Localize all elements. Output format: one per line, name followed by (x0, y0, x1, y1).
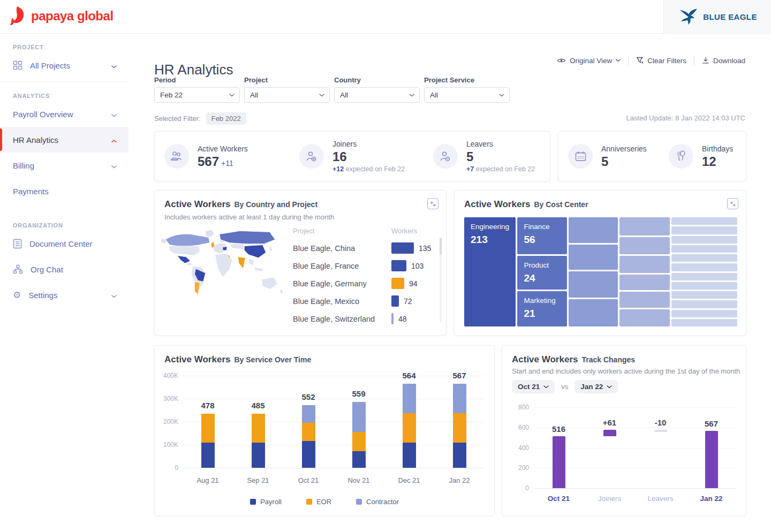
stacked-bar[interactable] (453, 384, 466, 468)
treemap-block[interactable] (569, 245, 618, 270)
treemap-block[interactable] (569, 217, 618, 243)
treemap-block[interactable] (619, 275, 670, 291)
treemap-block[interactable] (671, 291, 737, 299)
waterfall-bar-joiners[interactable] (603, 430, 616, 436)
legend-label: EOR (316, 498, 331, 506)
treemap-block[interactable] (619, 292, 670, 308)
stacked-bar[interactable] (352, 402, 366, 468)
treemap-block[interactable] (671, 300, 737, 308)
treemap-block[interactable] (671, 319, 737, 326)
bar-segment-payroll (352, 451, 366, 468)
sidebar-item-hr-analytics[interactable]: HR Analytics (0, 127, 128, 153)
list-item[interactable]: Blue Eagle, Mexico72 (293, 292, 436, 310)
treemap-block-marketing[interactable]: Marketing21 (517, 291, 567, 326)
treemap-block[interactable] (619, 256, 670, 273)
sidebar-item-document-center[interactable]: Document Center (0, 231, 128, 256)
sidebar-item-label: All Projects (30, 61, 70, 70)
treemap-block[interactable] (671, 245, 737, 253)
legend-item-payroll[interactable]: Payroll (250, 498, 282, 506)
legend-swatch (356, 499, 362, 505)
treemap-block[interactable] (619, 309, 670, 326)
sidebar-item-billing[interactable]: Billing (0, 153, 128, 178)
map-greenland (206, 230, 214, 237)
column-project: Project (293, 227, 391, 235)
waterfall-bar-jan-22[interactable] (705, 431, 718, 488)
expand-icon[interactable] (427, 198, 439, 209)
card-title-main: Active Workers (512, 354, 578, 365)
waterfall-bar-leavers[interactable] (654, 430, 667, 432)
kpi-note: +12 expected on Feb 22 (332, 165, 405, 173)
treemap-block-text: Marketing21 (517, 291, 567, 325)
treemap-block[interactable] (619, 237, 670, 254)
treemap-block[interactable] (671, 254, 737, 262)
treemap-block[interactable] (671, 273, 737, 280)
stacked-bar[interactable] (403, 384, 416, 468)
sidebar: PROJECT All Projects ANALYTICS Payroll O… (0, 33, 129, 532)
card-title-main: Active Workers (164, 354, 230, 365)
gridline (183, 399, 485, 399)
stacked-bar[interactable] (252, 414, 265, 468)
treemap-block-text: Engineering213 (464, 217, 516, 251)
scrollbar-thumb[interactable] (440, 238, 442, 255)
stacked-bar[interactable] (201, 414, 215, 468)
map-usa (169, 246, 200, 256)
list-item[interactable]: Blue Eagle, France103 (293, 257, 436, 275)
expand-icon[interactable] (727, 198, 738, 209)
compare-to-select[interactable]: Jan 22 (575, 380, 618, 393)
project-service-select[interactable]: All (424, 87, 510, 103)
waterfall-bar-oct-21[interactable] (553, 436, 565, 488)
sidebar-item-all-projects[interactable]: All Projects (0, 52, 128, 78)
treemap-block[interactable] (671, 226, 737, 234)
treemap-block[interactable] (671, 263, 737, 271)
legend-item-contractor[interactable]: Contractor (356, 498, 399, 506)
treemap-block[interactable] (671, 217, 737, 225)
waterfall-plot: 516Oct 21+61Joiners-10Leavers567Jan 22 (533, 407, 737, 488)
treemap-block-engineering[interactable]: Engineering213 (464, 217, 516, 326)
sidebar-item-settings[interactable]: ⚙ Settings (0, 282, 128, 308)
treemap-block[interactable] (619, 217, 670, 235)
sidebar-section-project: PROJECT (13, 44, 128, 50)
legend-item-eor[interactable]: EOR (306, 498, 331, 506)
list-item[interactable]: Blue Eagle, China135 (293, 239, 436, 257)
y-tick-label: 0 (158, 464, 178, 472)
workers-bar (391, 242, 414, 254)
treemap-block-product[interactable]: Product24 (517, 256, 567, 290)
y-tick-label: 600 (508, 424, 529, 431)
chevron-down-icon (499, 94, 504, 97)
map-central-america (186, 262, 192, 265)
original-view-label: Original View (570, 57, 612, 65)
sidebar-item-payroll-overview[interactable]: Payroll Overview (0, 101, 128, 127)
compare-from-select[interactable]: Oct 21 (512, 380, 555, 393)
download-button[interactable]: Download (702, 57, 745, 65)
bar-segment-contractor (352, 402, 366, 432)
original-view-button[interactable]: Original View (557, 57, 621, 65)
stacked-bar[interactable] (302, 405, 315, 468)
chevron-up-icon (111, 135, 117, 145)
treemap-block-label: Product (524, 261, 561, 269)
workers-bar (391, 313, 394, 324)
list-scrollbar[interactable] (440, 238, 442, 322)
clear-filters-button[interactable]: Clear Filters (636, 57, 686, 65)
treemap-block[interactable] (671, 236, 737, 244)
filter-period: Period Feb 22 (154, 76, 240, 103)
bar-segment-payroll (302, 441, 315, 468)
chevron-down-icon (409, 94, 414, 97)
sidebar-item-payments[interactable]: Payments (0, 178, 128, 204)
list-item[interactable]: Blue Eagle, Germany94 (293, 275, 436, 292)
sidebar-section-organization: ORGANIZATION (13, 222, 128, 229)
period-value: Feb 22 (160, 91, 183, 99)
project-select[interactable]: All (244, 87, 330, 103)
list-item[interactable]: Blue Eagle, Switzerland48 (293, 310, 436, 328)
country-select[interactable]: All (334, 87, 420, 103)
treemap-block[interactable] (569, 271, 618, 298)
sidebar-item-org-chat[interactable]: Org Chat (0, 256, 128, 282)
project-name: Blue Eagle, France (293, 262, 391, 270)
period-select[interactable]: Feb 22 (154, 87, 240, 103)
treemap-block[interactable] (671, 282, 737, 290)
treemap-block-finance[interactable]: Finance56 (517, 217, 567, 254)
treemap-block[interactable] (569, 299, 618, 326)
treemap-block[interactable] (671, 310, 737, 317)
x-axis-label: Joiners (586, 495, 634, 503)
header-actions: Original View Clear Filters Download (557, 56, 745, 65)
map-mexico (177, 256, 190, 263)
